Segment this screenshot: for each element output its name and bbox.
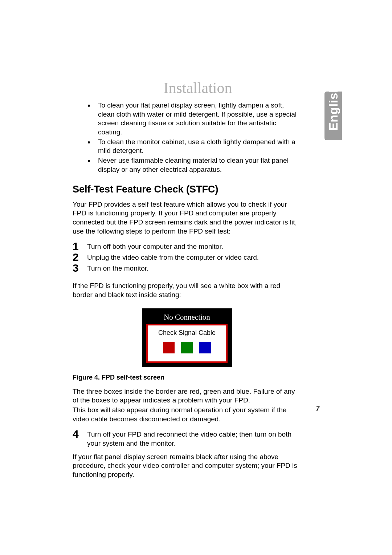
bullet-item: Never use flammable cleaning material to… (94, 156, 301, 174)
manual-page: Installation English To clean your flat … (0, 0, 392, 555)
rgb-box-green (181, 342, 193, 353)
page-content: To clean your flat panel display screen,… (73, 101, 301, 485)
self-test-screen-figure: No Connection Check Signal Cable (142, 308, 232, 367)
figure-wrap: No Connection Check Signal Cable (73, 308, 301, 367)
bullet-item: To clean your flat panel display screen,… (94, 101, 301, 137)
rgb-box-blue (199, 342, 211, 353)
step-row: 4 Turn off your FPD and reconnect the vi… (73, 429, 301, 448)
page-header-title: Installation (73, 79, 323, 97)
step-row: 1 Turn off both your computer and the mo… (73, 241, 301, 252)
cleaning-bullets: To clean your flat panel display screen,… (73, 101, 301, 174)
step-number: 1 (73, 241, 87, 252)
section-heading-stfc: Self-Test Feature Check (STFC) (73, 184, 301, 195)
rgb-box-red (163, 342, 175, 353)
rgb-boxes (151, 342, 223, 353)
step-row: 2 Unplug the video cable from the comput… (73, 252, 301, 263)
figure-title: No Connection (146, 313, 228, 322)
after-steps-paragraph: If the FPD is functioning properly, you … (73, 281, 301, 299)
figure-inner: Check Signal Cable (146, 324, 228, 363)
closing-paragraph: If your flat panel display screen remain… (73, 453, 301, 479)
page-number: 7 (316, 405, 319, 413)
step-row: 3 Turn on the monitor. (73, 263, 301, 274)
bullet-item: To clean the monitor cabinet, use a clot… (94, 138, 301, 155)
figure-caption: Figure 4. FPD self-test screen (73, 374, 301, 381)
step-text: Turn off both your computer and the moni… (87, 241, 301, 251)
step-number: 2 (73, 252, 87, 263)
intro-paragraph: Your FPD provides a self test feature wh… (73, 200, 301, 236)
after-figure-paragraph-2: This box will also appear during normal … (73, 406, 301, 424)
language-tab: English (324, 92, 342, 140)
step-text: Turn off your FPD and reconnect the vide… (87, 429, 301, 448)
step-number: 4 (73, 429, 87, 439)
step-text: Unplug the video cable from the computer… (87, 252, 301, 262)
step-text: Turn on the monitor. (87, 263, 301, 273)
step-number: 3 (73, 263, 87, 274)
figure-subtitle: Check Signal Cable (151, 329, 223, 337)
after-figure-paragraph-1: The three boxes inside the border are re… (73, 387, 301, 405)
